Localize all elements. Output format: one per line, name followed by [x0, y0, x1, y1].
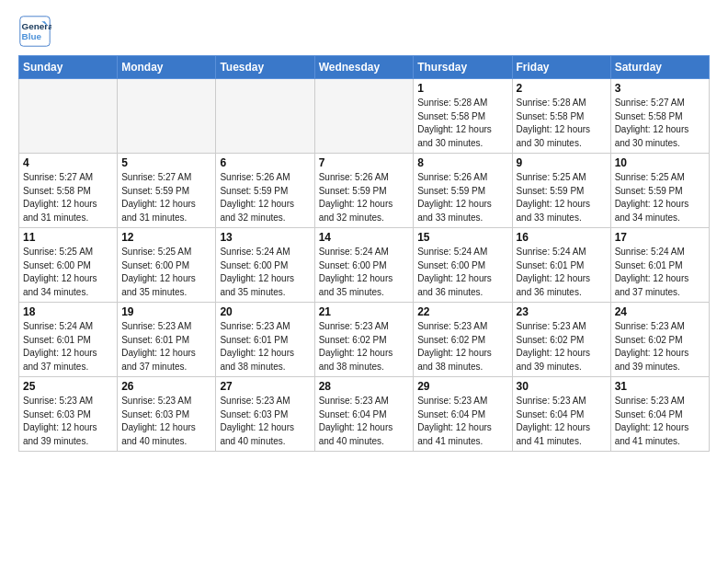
- calendar-cell: [19, 79, 118, 154]
- calendar-cell: 28Sunrise: 5:23 AM Sunset: 6:04 PM Dayli…: [314, 377, 414, 452]
- day-info: Sunrise: 5:26 AM Sunset: 5:59 PM Dayligh…: [417, 171, 507, 224]
- day-info: Sunrise: 5:24 AM Sunset: 6:00 PM Dayligh…: [319, 246, 410, 299]
- day-number: 7: [319, 156, 410, 169]
- weekday-header-wednesday: Wednesday: [314, 56, 414, 79]
- weekday-header-tuesday: Tuesday: [216, 56, 314, 79]
- day-number: 24: [615, 305, 705, 318]
- day-info: Sunrise: 5:26 AM Sunset: 5:59 PM Dayligh…: [319, 171, 410, 224]
- day-number: 28: [319, 380, 410, 393]
- calendar-cell: 6Sunrise: 5:26 AM Sunset: 5:59 PM Daylig…: [216, 154, 314, 228]
- day-number: 2: [517, 82, 607, 95]
- calendar-cell: 29Sunrise: 5:23 AM Sunset: 6:04 PM Dayli…: [414, 377, 512, 452]
- day-number: 21: [319, 305, 410, 318]
- day-number: 27: [220, 380, 310, 393]
- calendar-cell: 19Sunrise: 5:23 AM Sunset: 6:01 PM Dayli…: [118, 303, 216, 377]
- calendar-cell: 10Sunrise: 5:25 AM Sunset: 5:59 PM Dayli…: [610, 154, 709, 228]
- calendar-cell: 2Sunrise: 5:28 AM Sunset: 5:58 PM Daylig…: [512, 79, 610, 154]
- day-number: 31: [615, 380, 705, 393]
- day-number: 5: [121, 156, 211, 169]
- day-info: Sunrise: 5:25 AM Sunset: 5:59 PM Dayligh…: [615, 171, 705, 224]
- calendar-cell: 13Sunrise: 5:24 AM Sunset: 6:00 PM Dayli…: [216, 228, 314, 303]
- calendar-cell: 26Sunrise: 5:23 AM Sunset: 6:03 PM Dayli…: [118, 377, 216, 452]
- weekday-header-saturday: Saturday: [610, 56, 709, 79]
- day-info: Sunrise: 5:27 AM Sunset: 5:58 PM Dayligh…: [615, 97, 705, 150]
- day-number: 19: [121, 305, 211, 318]
- day-info: Sunrise: 5:23 AM Sunset: 6:04 PM Dayligh…: [417, 395, 507, 448]
- day-number: 11: [23, 231, 113, 244]
- day-info: Sunrise: 5:27 AM Sunset: 5:58 PM Dayligh…: [23, 171, 113, 224]
- day-info: Sunrise: 5:24 AM Sunset: 6:00 PM Dayligh…: [417, 246, 507, 299]
- calendar-cell: 11Sunrise: 5:25 AM Sunset: 6:00 PM Dayli…: [19, 228, 118, 303]
- day-number: 30: [517, 380, 607, 393]
- calendar-cell: 9Sunrise: 5:25 AM Sunset: 5:59 PM Daylig…: [512, 154, 610, 228]
- weekday-header-monday: Monday: [118, 56, 216, 79]
- calendar-cell: 16Sunrise: 5:24 AM Sunset: 6:01 PM Dayli…: [512, 228, 610, 303]
- calendar-cell: 25Sunrise: 5:23 AM Sunset: 6:03 PM Dayli…: [19, 377, 118, 452]
- day-info: Sunrise: 5:24 AM Sunset: 6:01 PM Dayligh…: [23, 320, 113, 373]
- day-number: 8: [417, 156, 507, 169]
- page-header: General Blue: [18, 15, 710, 48]
- calendar-cell: 14Sunrise: 5:24 AM Sunset: 6:00 PM Dayli…: [314, 228, 414, 303]
- day-number: 22: [417, 305, 507, 318]
- calendar-cell: 15Sunrise: 5:24 AM Sunset: 6:00 PM Dayli…: [414, 228, 512, 303]
- day-info: Sunrise: 5:28 AM Sunset: 5:58 PM Dayligh…: [417, 97, 507, 150]
- calendar-cell: 31Sunrise: 5:23 AM Sunset: 6:04 PM Dayli…: [610, 377, 709, 452]
- day-number: 25: [23, 380, 113, 393]
- day-info: Sunrise: 5:23 AM Sunset: 6:01 PM Dayligh…: [121, 320, 211, 373]
- calendar-cell: 5Sunrise: 5:27 AM Sunset: 5:59 PM Daylig…: [118, 154, 216, 228]
- calendar-cell: 22Sunrise: 5:23 AM Sunset: 6:02 PM Dayli…: [414, 303, 512, 377]
- day-number: 13: [220, 231, 310, 244]
- day-number: 16: [517, 231, 607, 244]
- calendar: SundayMondayTuesdayWednesdayThursdayFrid…: [18, 55, 710, 452]
- day-info: Sunrise: 5:23 AM Sunset: 6:04 PM Dayligh…: [517, 395, 607, 448]
- calendar-cell: 1Sunrise: 5:28 AM Sunset: 5:58 PM Daylig…: [414, 79, 512, 154]
- day-info: Sunrise: 5:24 AM Sunset: 6:01 PM Dayligh…: [517, 246, 607, 299]
- weekday-header-row: SundayMondayTuesdayWednesdayThursdayFrid…: [19, 56, 710, 79]
- day-number: 23: [517, 305, 607, 318]
- calendar-week-2: 4Sunrise: 5:27 AM Sunset: 5:58 PM Daylig…: [19, 154, 710, 228]
- day-number: 4: [23, 156, 113, 169]
- calendar-cell: 20Sunrise: 5:23 AM Sunset: 6:01 PM Dayli…: [216, 303, 314, 377]
- day-number: 18: [23, 305, 113, 318]
- day-info: Sunrise: 5:23 AM Sunset: 6:03 PM Dayligh…: [121, 395, 211, 448]
- day-info: Sunrise: 5:23 AM Sunset: 6:02 PM Dayligh…: [517, 320, 607, 373]
- day-info: Sunrise: 5:28 AM Sunset: 5:58 PM Dayligh…: [517, 97, 607, 150]
- calendar-cell: [314, 79, 414, 154]
- day-number: 3: [615, 82, 705, 95]
- calendar-week-3: 11Sunrise: 5:25 AM Sunset: 6:00 PM Dayli…: [19, 228, 710, 303]
- day-info: Sunrise: 5:23 AM Sunset: 6:03 PM Dayligh…: [23, 395, 113, 448]
- calendar-cell: 30Sunrise: 5:23 AM Sunset: 6:04 PM Dayli…: [512, 377, 610, 452]
- calendar-cell: 12Sunrise: 5:25 AM Sunset: 6:00 PM Dayli…: [118, 228, 216, 303]
- day-info: Sunrise: 5:23 AM Sunset: 6:01 PM Dayligh…: [220, 320, 310, 373]
- day-info: Sunrise: 5:23 AM Sunset: 6:03 PM Dayligh…: [220, 395, 310, 448]
- calendar-week-5: 25Sunrise: 5:23 AM Sunset: 6:03 PM Dayli…: [19, 377, 710, 452]
- day-info: Sunrise: 5:23 AM Sunset: 6:02 PM Dayligh…: [615, 320, 705, 373]
- calendar-cell: 18Sunrise: 5:24 AM Sunset: 6:01 PM Dayli…: [19, 303, 118, 377]
- day-number: 1: [417, 82, 507, 95]
- calendar-week-4: 18Sunrise: 5:24 AM Sunset: 6:01 PM Dayli…: [19, 303, 710, 377]
- day-info: Sunrise: 5:23 AM Sunset: 6:02 PM Dayligh…: [319, 320, 410, 373]
- day-info: Sunrise: 5:25 AM Sunset: 6:00 PM Dayligh…: [23, 246, 113, 299]
- day-number: 12: [121, 231, 211, 244]
- day-number: 15: [417, 231, 507, 244]
- calendar-cell: 21Sunrise: 5:23 AM Sunset: 6:02 PM Dayli…: [314, 303, 414, 377]
- logo: General Blue: [18, 15, 57, 48]
- day-number: 29: [417, 380, 507, 393]
- calendar-cell: 24Sunrise: 5:23 AM Sunset: 6:02 PM Dayli…: [610, 303, 709, 377]
- day-info: Sunrise: 5:24 AM Sunset: 6:00 PM Dayligh…: [220, 246, 310, 299]
- weekday-header-sunday: Sunday: [19, 56, 118, 79]
- calendar-cell: [216, 79, 314, 154]
- day-number: 14: [319, 231, 410, 244]
- calendar-cell: 8Sunrise: 5:26 AM Sunset: 5:59 PM Daylig…: [414, 154, 512, 228]
- day-info: Sunrise: 5:27 AM Sunset: 5:59 PM Dayligh…: [121, 171, 211, 224]
- day-number: 10: [615, 156, 705, 169]
- calendar-cell: 27Sunrise: 5:23 AM Sunset: 6:03 PM Dayli…: [216, 377, 314, 452]
- day-info: Sunrise: 5:24 AM Sunset: 6:01 PM Dayligh…: [615, 246, 705, 299]
- svg-text:General: General: [22, 21, 51, 31]
- calendar-cell: 7Sunrise: 5:26 AM Sunset: 5:59 PM Daylig…: [314, 154, 414, 228]
- day-number: 26: [121, 380, 211, 393]
- day-info: Sunrise: 5:25 AM Sunset: 5:59 PM Dayligh…: [517, 171, 607, 224]
- day-info: Sunrise: 5:23 AM Sunset: 6:04 PM Dayligh…: [319, 395, 410, 448]
- calendar-cell: [118, 79, 216, 154]
- calendar-cell: 4Sunrise: 5:27 AM Sunset: 5:58 PM Daylig…: [19, 154, 118, 228]
